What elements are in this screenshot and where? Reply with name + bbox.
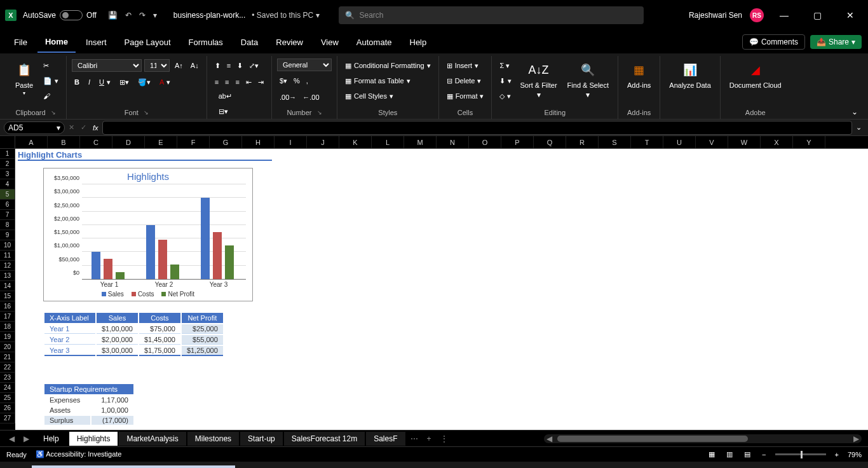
sheet-tabs-more-icon[interactable]: ⋯ [407,434,422,443]
row-header[interactable]: 18 [0,322,15,332]
row-header[interactable]: 7 [0,210,15,220]
row-header[interactable]: 3 [0,169,15,179]
fill-button[interactable]: ⬇ ▾ [497,74,513,88]
row-header[interactable]: 17 [0,312,15,322]
sheet-tab-help[interactable]: Help [34,432,68,446]
row-header[interactable]: 20 [0,342,15,352]
row-header[interactable]: 4 [0,179,15,189]
row-header[interactable]: 14 [0,281,15,291]
increase-indent-button[interactable]: ⇥ [255,75,266,89]
increase-decimal-button[interactable]: .00→ [277,90,299,104]
save-status[interactable]: • Saved to this PC ▾ [252,11,319,20]
horizontal-scrollbar[interactable]: ◀ ▶ [544,434,862,443]
fill-color-button[interactable]: 🪣▾ [135,75,153,89]
column-header[interactable]: I [275,136,307,148]
page-break-view-button[interactable]: ▤ [742,449,753,460]
document-title[interactable]: business-plan-work... [173,11,245,20]
bold-button[interactable]: B [72,75,82,89]
column-header[interactable]: S [599,136,631,148]
font-launcher-icon[interactable]: ↘ [144,109,149,116]
sheet-tab-salesforecast12m[interactable]: SalesForecast 12m [284,432,365,446]
zoom-out-button[interactable]: − [759,450,768,460]
comma-format-button[interactable]: , [304,74,311,88]
column-header[interactable]: L [372,136,404,148]
align-top-button[interactable]: ⬆ [212,59,223,72]
row-header[interactable]: 26 [0,403,15,413]
column-header[interactable]: J [307,136,339,148]
column-header[interactable]: N [437,136,469,148]
column-header[interactable]: K [339,136,372,148]
accessibility-status[interactable]: ♿ Accessibility: Investigate [36,450,122,458]
column-header[interactable]: Q [534,136,566,148]
font-name-select[interactable]: Calibri [72,59,142,72]
delete-cells-button[interactable]: ⊟ Delete ▾ [444,74,487,88]
column-header[interactable]: R [566,136,599,148]
orientation-button[interactable]: ⤢▾ [247,59,261,72]
column-header[interactable]: D [112,136,145,148]
percent-format-button[interactable]: % [291,74,302,88]
column-header[interactable]: C [80,136,112,148]
tab-page-layout[interactable]: Page Layout [117,32,179,52]
column-header[interactable]: F [177,136,210,148]
accounting-format-button[interactable]: $▾ [277,74,290,88]
row-header[interactable]: 11 [0,251,15,261]
column-header[interactable]: G [210,136,242,148]
row-header[interactable]: 25 [0,393,15,403]
expand-formula-bar-icon[interactable]: ⌄ [853,121,864,135]
column-header[interactable]: H [242,136,275,148]
format-as-table-button[interactable]: ▦ Format as Table ▾ [342,74,433,88]
column-header[interactable]: P [501,136,534,148]
align-center-button[interactable]: ≡ [222,75,231,89]
zoom-level[interactable]: 79% [848,451,862,458]
row-header[interactable]: 9 [0,230,15,240]
column-header[interactable]: O [469,136,501,148]
row-header[interactable]: 1 [0,149,15,159]
tab-view[interactable]: View [313,32,346,52]
column-header[interactable]: M [404,136,437,148]
user-avatar[interactable]: RS [750,8,764,22]
comments-button[interactable]: 💬 Comments [742,34,805,50]
sort-filter-button[interactable]: A↓Z Sort & Filter▾ [517,59,561,100]
tab-review[interactable]: Review [268,32,311,52]
row-header[interactable]: 2 [0,159,15,169]
collapse-ribbon-button[interactable]: ⌄ [846,105,863,119]
close-button[interactable]: ✕ [837,5,863,25]
qat-customize-icon[interactable]: ▾ [149,8,161,22]
row-header[interactable]: 16 [0,301,15,312]
formula-input[interactable] [102,121,852,135]
align-right-button[interactable]: ≡ [233,75,242,89]
new-sheet-button[interactable]: + [423,434,435,443]
insert-cells-button[interactable]: ⊞ Insert ▾ [444,59,487,72]
column-header[interactable]: E [145,136,177,148]
font-size-select[interactable]: 11 [144,59,170,72]
column-header[interactable]: X [761,136,793,148]
tab-home[interactable]: Home [37,32,76,53]
row-header[interactable]: 12 [0,261,15,271]
number-format-select[interactable]: General [277,59,332,71]
find-select-button[interactable]: 🔍 Find & Select▾ [564,59,613,100]
decrease-indent-button[interactable]: ⇤ [243,75,254,89]
restore-button[interactable]: ▢ [804,5,830,25]
sheet-nav-prev-icon[interactable]: ◀ [5,434,18,443]
autosave-toggle[interactable]: AutoSave Off [23,10,97,20]
number-launcher-icon[interactable]: ↘ [317,109,322,116]
column-header[interactable]: V [696,136,728,148]
tab-formulas[interactable]: Formulas [181,32,231,52]
cell-styles-button[interactable]: ▦ Cell Styles ▾ [342,89,433,103]
tab-insert[interactable]: Insert [78,32,114,52]
search-input[interactable]: 🔍 Search [339,6,644,24]
highlights-chart[interactable]: Highlights $0$50,000$1,00,000$1,50,000$2… [43,168,253,301]
clear-button[interactable]: ◇ ▾ [497,89,513,103]
row-header[interactable]: 24 [0,383,15,393]
row-header[interactable]: 13 [0,271,15,281]
format-painter-button[interactable]: 🖌 [41,89,61,103]
sheet-tab-salesf[interactable]: SalesF [366,432,405,446]
sheet-tab-marketanalysis[interactable]: MarketAnalysis [119,432,186,446]
cut-button[interactable]: ✂ [41,59,61,72]
fx-icon[interactable]: fx [90,121,101,135]
redo-icon[interactable]: ↷ [135,8,149,22]
copy-button[interactable]: 📄▾ [41,74,61,88]
undo-icon[interactable]: ↶ [121,8,135,22]
row-header[interactable]: 23 [0,373,15,383]
zoom-in-button[interactable]: + [832,450,841,460]
